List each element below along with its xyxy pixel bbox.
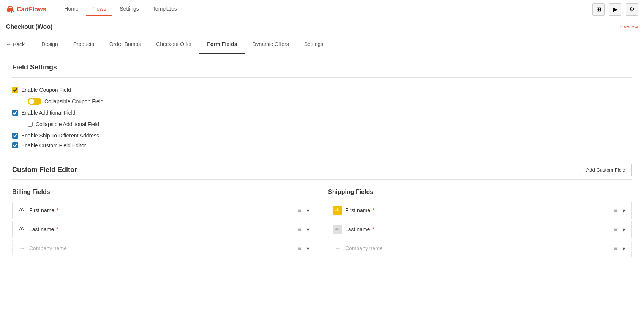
tab-settings[interactable]: Settings [297, 35, 331, 54]
shipping-last-name-row: ✏ Last name * ≡ ▾ [328, 221, 632, 238]
settings-button[interactable]: ⚙ [626, 3, 638, 16]
shipping-company-drag-icon: ≡ [614, 245, 618, 252]
tab-checkout-offer[interactable]: Checkout Offer [148, 35, 199, 54]
billing-company-visibility-icon[interactable]: ✏ [17, 244, 26, 253]
tab-design[interactable]: Design [34, 35, 66, 54]
billing-last-name-label: Last name * [29, 226, 298, 232]
billing-company-label: Company name [29, 245, 298, 251]
shipping-first-name-chevron-button[interactable]: ▾ [621, 206, 627, 215]
collapsible-additional-label: Collapsible Additional Field [36, 121, 99, 127]
toggle-slider-coupon [28, 98, 41, 105]
shipping-last-name-drag-icon: ≡ [614, 226, 618, 233]
top-nav: CartFlows Home Flows Settings Templates … [0, 0, 644, 19]
nav-links: Home Flows Settings Templates [58, 3, 592, 16]
field-settings-section: Field Settings Enable Coupon Field Colla… [12, 63, 632, 148]
billing-first-name-row: 👁 First name * ≡ ▾ [12, 202, 316, 219]
nav-home[interactable]: Home [58, 3, 84, 16]
shipping-company-visibility-icon[interactable]: ✏ [333, 244, 342, 253]
main-content: Field Settings Enable Coupon Field Colla… [0, 54, 644, 336]
nav-settings[interactable]: Settings [114, 3, 145, 16]
shipping-last-name-required: * [371, 226, 374, 232]
billing-first-name-visibility-icon[interactable]: 👁 [17, 206, 26, 215]
billing-company-chevron-button[interactable]: ▾ [305, 244, 311, 253]
billing-first-name-actions: ≡ ▾ [298, 206, 311, 215]
shipping-first-name-drag-icon: ≡ [614, 207, 618, 215]
shipping-fields-title: Shipping Fields [328, 189, 632, 196]
tabs-row: ← Back Design Products Order Bumps Check… [0, 35, 644, 54]
billing-last-name-chevron-button[interactable]: ▾ [305, 225, 311, 234]
billing-last-name-actions: ≡ ▾ [298, 225, 311, 234]
nav-right-actions: ⊞ ▶ ⚙ [592, 3, 638, 16]
back-arrow-icon: ← [6, 41, 11, 47]
shipping-first-name-required: * [371, 207, 374, 213]
billing-fields-title: Billing Fields [12, 189, 316, 196]
shipping-fields-column: Shipping Fields 👁 First name * ≡ ▾ ✏ Las… [328, 189, 632, 259]
enable-ship-label: Enable Ship To Different Address [21, 133, 99, 139]
shipping-company-name-row: ✏ Company name ≡ ▾ [328, 240, 632, 257]
back-button[interactable]: ← Back [6, 35, 31, 54]
custom-field-editor-title: Custom Field Editor [12, 166, 77, 174]
enable-custom-editor-row: Enable Custom Field Editor [12, 142, 632, 148]
play-button[interactable]: ▶ [609, 3, 621, 16]
shipping-last-name-chevron-button[interactable]: ▾ [621, 225, 627, 234]
custom-field-editor-left: Custom Field Editor [12, 166, 77, 174]
sub-header-actions: Preview [620, 24, 638, 30]
shipping-first-name-row: 👁 First name * ≡ ▾ [328, 202, 632, 219]
tab-dynamic-offers[interactable]: Dynamic Offers [245, 35, 296, 54]
tab-order-bumps[interactable]: Order Bumps [102, 35, 148, 54]
preview-link[interactable]: Preview [620, 24, 638, 30]
add-custom-field-button[interactable]: Add Custom Field [580, 164, 632, 176]
field-settings-title: Field Settings [12, 63, 632, 71]
logo-icon [6, 5, 14, 14]
shipping-last-name-actions: ≡ ▾ [614, 225, 627, 234]
logo-text: CartFlows [17, 6, 46, 13]
collapsible-additional-indent: Collapsible Additional Field [23, 120, 632, 129]
enable-coupon-row: Enable Coupon Field [12, 87, 632, 93]
billing-first-name-chevron-button[interactable]: ▾ [305, 206, 311, 215]
billing-fields-column: Billing Fields 👁 First name * ≡ ▾ 👁 Last… [12, 189, 316, 259]
enable-additional-row: Enable Additional Field [12, 110, 632, 116]
collapsible-coupon-label: Collapsible Coupon Field [44, 98, 104, 104]
billing-first-name-required: * [55, 207, 58, 213]
billing-first-name-label: First name * [29, 207, 298, 213]
shipping-last-name-label: Last name * [345, 226, 614, 232]
indent-line-coupon [23, 97, 23, 106]
enable-coupon-label: Enable Coupon Field [21, 87, 71, 93]
enable-coupon-checkbox[interactable] [12, 87, 18, 93]
tab-form-fields[interactable]: Form Fields [199, 35, 245, 54]
billing-company-actions: ≡ ▾ [298, 244, 311, 253]
enable-ship-checkbox[interactable] [12, 133, 18, 139]
grid-view-button[interactable]: ⊞ [592, 3, 605, 16]
field-settings-divider [12, 77, 632, 78]
shipping-first-name-visibility-icon[interactable]: 👁 [333, 206, 342, 215]
tab-products[interactable]: Products [66, 35, 102, 54]
shipping-company-chevron-button[interactable]: ▾ [621, 244, 627, 253]
back-label: Back [13, 41, 25, 47]
enable-ship-row: Enable Ship To Different Address [12, 133, 632, 139]
field-settings-checkboxes: Enable Coupon Field Collapsible Coupon F… [12, 87, 632, 148]
billing-company-name-row: ✏ Company name ≡ ▾ [12, 240, 316, 257]
enable-custom-editor-checkbox[interactable] [12, 142, 18, 148]
shipping-company-label: Company name [345, 245, 614, 251]
page-title: Checkout (Woo) [6, 24, 620, 30]
indent-line-additional [23, 120, 23, 129]
collapsible-coupon-indent: Collapsible Coupon Field [23, 97, 632, 106]
billing-company-drag-icon: ≡ [298, 245, 302, 252]
fields-columns: Billing Fields 👁 First name * ≡ ▾ 👁 Last… [12, 189, 632, 259]
shipping-first-name-actions: ≡ ▾ [614, 206, 627, 215]
billing-last-name-visibility-icon[interactable]: 👁 [17, 225, 26, 234]
enable-additional-checkbox[interactable] [12, 110, 18, 116]
enable-additional-label: Enable Additional Field [21, 110, 75, 116]
nav-templates[interactable]: Templates [147, 3, 183, 16]
logo[interactable]: CartFlows [6, 5, 46, 14]
sub-header: Checkout (Woo) Preview [0, 19, 644, 35]
shipping-last-name-visibility-icon[interactable]: ✏ [333, 225, 342, 234]
billing-last-name-required: * [55, 226, 58, 232]
collapsible-coupon-toggle[interactable] [28, 98, 41, 105]
shipping-company-actions: ≡ ▾ [614, 244, 627, 253]
billing-last-name-row: 👁 Last name * ≡ ▾ [12, 221, 316, 238]
custom-field-editor-divider [12, 179, 632, 180]
nav-flows[interactable]: Flows [86, 3, 112, 16]
collapsible-additional-checkbox[interactable] [28, 122, 33, 127]
enable-custom-editor-label: Enable Custom Field Editor [21, 142, 86, 148]
